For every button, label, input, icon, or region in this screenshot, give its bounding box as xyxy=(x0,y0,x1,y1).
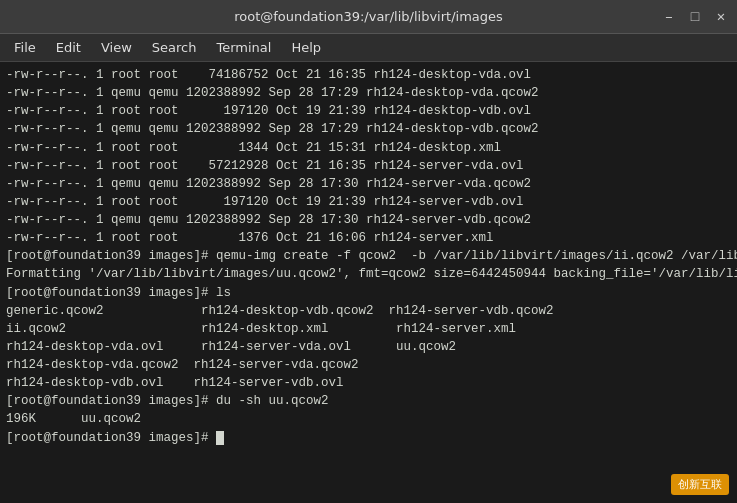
terminal-line: -rw-r--r--. 1 qemu qemu 1202388992 Sep 2… xyxy=(6,120,731,138)
menu-bar: FileEditViewSearchTerminalHelp xyxy=(0,34,737,62)
terminal-content[interactable]: -rw-r--r--. 1 root root 74186752 Oct 21 … xyxy=(0,62,737,503)
watermark-text: 创新互联 xyxy=(678,478,722,490)
close-button[interactable]: ✕ xyxy=(713,9,729,25)
terminal-line: Formatting '/var/lib/libvirt/images/uu.q… xyxy=(6,265,731,283)
terminal-line: -rw-r--r--. 1 qemu qemu 1202388992 Sep 2… xyxy=(6,84,731,102)
menu-item-edit[interactable]: Edit xyxy=(46,36,91,59)
terminal-line: -rw-r--r--. 1 root root 197120 Oct 19 21… xyxy=(6,102,731,120)
terminal-line: -rw-r--r--. 1 qemu qemu 1202388992 Sep 2… xyxy=(6,211,731,229)
menu-item-terminal[interactable]: Terminal xyxy=(206,36,281,59)
menu-item-search[interactable]: Search xyxy=(142,36,207,59)
terminal-line: -rw-r--r--. 1 root root 197120 Oct 19 21… xyxy=(6,193,731,211)
window-title: root@foundation39:/var/lib/libvirt/image… xyxy=(234,9,503,24)
terminal-line: [root@foundation39 images]# du -sh uu.qc… xyxy=(6,392,731,410)
menu-item-view[interactable]: View xyxy=(91,36,142,59)
terminal-line: -rw-r--r--. 1 root root 57212928 Oct 21 … xyxy=(6,157,731,175)
terminal-line: [root@foundation39 images]# ls xyxy=(6,284,731,302)
title-bar: root@foundation39:/var/lib/libvirt/image… xyxy=(0,0,737,34)
terminal-line: rh124-desktop-vda.ovl rh124-server-vda.o… xyxy=(6,338,731,356)
terminal-line: -rw-r--r--. 1 root root 1344 Oct 21 15:3… xyxy=(6,139,731,157)
maximize-button[interactable]: □ xyxy=(687,9,703,25)
terminal-line: generic.qcow2 rh124-desktop-vdb.qcow2 rh… xyxy=(6,302,731,320)
menu-item-file[interactable]: File xyxy=(4,36,46,59)
terminal-line: rh124-desktop-vdb.ovl rh124-server-vdb.o… xyxy=(6,374,731,392)
terminal-line: -rw-r--r--. 1 root root 74186752 Oct 21 … xyxy=(6,66,731,84)
minimize-button[interactable]: – xyxy=(661,9,677,25)
terminal-line: [root@foundation39 images]# xyxy=(6,429,731,447)
terminal-line: -rw-r--r--. 1 qemu qemu 1202388992 Sep 2… xyxy=(6,175,731,193)
terminal-window: root@foundation39:/var/lib/libvirt/image… xyxy=(0,0,737,503)
terminal-cursor xyxy=(216,431,224,445)
terminal-line: [root@foundation39 images]# qemu-img cre… xyxy=(6,247,731,265)
menu-item-help[interactable]: Help xyxy=(281,36,331,59)
window-controls: – □ ✕ xyxy=(661,9,729,25)
terminal-line: ii.qcow2 rh124-desktop.xml rh124-server.… xyxy=(6,320,731,338)
terminal-line: -rw-r--r--. 1 root root 1376 Oct 21 16:0… xyxy=(6,229,731,247)
terminal-line: rh124-desktop-vda.qcow2 rh124-server-vda… xyxy=(6,356,731,374)
watermark-badge: 创新互联 xyxy=(671,474,729,495)
terminal-line: 196K uu.qcow2 xyxy=(6,410,731,428)
